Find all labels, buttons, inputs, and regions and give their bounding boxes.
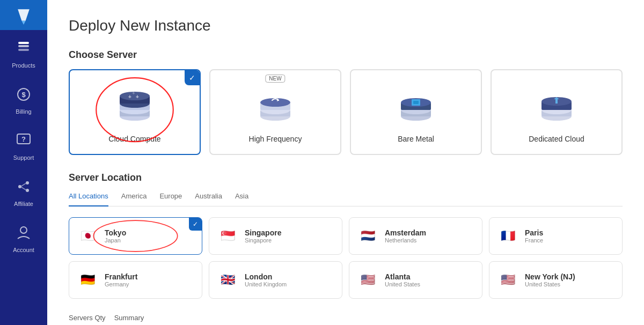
singapore-country: Singapore (245, 237, 281, 243)
sidebar-item-billing[interactable]: $ Billing (0, 76, 47, 122)
frankfurt-info: Frankfurt Germany (105, 272, 137, 287)
location-grid: ✓ 🇯🇵 Tokyo Japan 🇸🇬 Singapore Singapore … (69, 217, 623, 299)
high-frequency-label: High Frequency (249, 135, 302, 143)
location-card-new-york[interactable]: 🇺🇸 New York (NJ) United States (489, 261, 623, 299)
high-frequency-icon (254, 85, 297, 128)
tab-asia[interactable]: Asia (235, 192, 248, 206)
svg-rect-4 (18, 42, 29, 44)
svg-point-11 (26, 189, 29, 192)
tab-europe[interactable]: Europe (159, 192, 182, 206)
sidebar-affiliate-label: Affiliate (14, 201, 33, 207)
svg-rect-2 (18, 45, 29, 47)
svg-rect-37 (413, 101, 419, 104)
singapore-city: Singapore (245, 228, 281, 237)
atlanta-flag: 🇺🇸 (358, 270, 377, 290)
frankfurt-city: Frankfurt (105, 272, 137, 281)
tab-australia[interactable]: Australia (195, 192, 222, 206)
dollar-icon: $ (13, 84, 34, 105)
sidebar-account-label: Account (13, 247, 34, 253)
bare-metal-label: Bare Metal (398, 135, 434, 143)
location-card-singapore[interactable]: 🇸🇬 Singapore Singapore (209, 217, 342, 255)
new-badge: NEW (265, 75, 285, 83)
sidebar-item-account[interactable]: Account (0, 215, 47, 261)
sidebar-item-affiliate[interactable]: Affiliate (0, 168, 47, 215)
layers-icon (13, 38, 34, 59)
paris-city: Paris (525, 228, 543, 237)
singapore-flag: 🇸🇬 (218, 226, 237, 246)
location-card-frankfurt[interactable]: 🇩🇪 Frankfurt Germany (69, 261, 202, 299)
summary-label: Summary (114, 314, 144, 322)
new-york-flag: 🇺🇸 (498, 270, 517, 290)
selected-checkmark: ✓ (185, 70, 200, 85)
cloud-compute-icon: + + + (113, 85, 156, 128)
amsterdam-info: Amsterdam Netherlands (385, 228, 426, 243)
paris-info: Paris France (525, 228, 543, 243)
svg-text:+: + (132, 90, 135, 96)
tab-all-locations[interactable]: All Locations (69, 192, 108, 206)
server-card-dedicated-cloud[interactable]: Dedicated Cloud (491, 69, 623, 155)
tokyo-flag: 🇯🇵 (78, 226, 97, 246)
new-york-city: New York (NJ) (525, 272, 575, 281)
svg-point-10 (26, 181, 29, 184)
svg-rect-3 (18, 49, 29, 51)
location-tabs: All Locations America Europe Australia A… (69, 192, 623, 206)
svg-text:$: $ (21, 91, 26, 99)
amsterdam-flag: 🇳🇱 (358, 226, 377, 246)
paris-country: France (525, 237, 543, 243)
amsterdam-country: Netherlands (385, 237, 426, 243)
svg-text:?: ? (21, 135, 26, 143)
tokyo-selected-checkmark: ✓ (189, 218, 202, 231)
london-info: London United Kingdom (245, 272, 287, 287)
london-city: London (245, 272, 287, 281)
cloud-compute-label: Cloud Compute (108, 135, 160, 143)
tokyo-city: Tokyo (105, 228, 126, 237)
location-card-paris[interactable]: 🇫🇷 Paris France (489, 217, 623, 255)
share-icon (13, 176, 34, 197)
new-york-info: New York (NJ) United States (525, 272, 575, 287)
sidebar-billing-label: Billing (16, 108, 31, 115)
atlanta-city: Atlanta (385, 272, 420, 281)
svg-line-12 (21, 183, 26, 186)
tokyo-info: Tokyo Japan (105, 228, 126, 243)
server-card-cloud-compute[interactable]: ✓ + + + (69, 69, 201, 155)
svg-marker-0 (18, 9, 30, 21)
server-type-list: ✓ + + + (69, 69, 623, 155)
location-card-amsterdam[interactable]: 🇳🇱 Amsterdam Netherlands (349, 217, 482, 255)
tab-america[interactable]: America (121, 192, 147, 206)
svg-marker-1 (21, 21, 25, 25)
new-york-country: United States (525, 281, 575, 287)
atlanta-info: Atlanta United States (385, 272, 420, 287)
london-country: United Kingdom (245, 281, 287, 287)
svg-point-14 (20, 227, 27, 233)
frankfurt-flag: 🇩🇪 (78, 270, 97, 290)
location-card-atlanta[interactable]: 🇺🇸 Atlanta United States (349, 261, 482, 299)
server-card-bare-metal[interactable]: Bare Metal (350, 69, 482, 155)
amsterdam-city: Amsterdam (385, 228, 426, 237)
sidebar-item-support[interactable]: ? Support (0, 122, 47, 168)
server-card-high-frequency[interactable]: NEW High Frequency (209, 69, 341, 155)
location-card-london[interactable]: 🇬🇧 London United Kingdom (209, 261, 342, 299)
sidebar-support-label: Support (13, 154, 34, 161)
sidebar: Products $ Billing ? Support (0, 0, 47, 325)
user-icon (13, 222, 34, 243)
paris-flag: 🇫🇷 (498, 226, 517, 246)
london-flag: 🇬🇧 (218, 270, 237, 290)
bare-metal-icon (394, 85, 437, 128)
svg-line-13 (21, 187, 26, 190)
svg-point-9 (18, 185, 21, 188)
sidebar-item-products[interactable]: Products (0, 30, 47, 76)
svg-point-30 (260, 98, 290, 107)
page-title: Deploy New Instance (69, 17, 623, 34)
sidebar-logo[interactable] (0, 0, 47, 30)
svg-text:+: + (128, 94, 131, 100)
dedicated-cloud-icon (535, 85, 578, 128)
location-card-tokyo[interactable]: ✓ 🇯🇵 Tokyo Japan (69, 217, 202, 255)
question-icon: ? (13, 130, 34, 151)
main-content: Deploy New Instance Choose Server ✓ (47, 0, 644, 325)
server-location-title: Server Location (69, 172, 623, 183)
singapore-info: Singapore Singapore (245, 228, 281, 243)
svg-text:+: + (136, 94, 139, 100)
servers-city-label: Servers Qty (69, 314, 106, 322)
sidebar-products-label: Products (12, 62, 35, 69)
frankfurt-country: Germany (105, 281, 137, 287)
